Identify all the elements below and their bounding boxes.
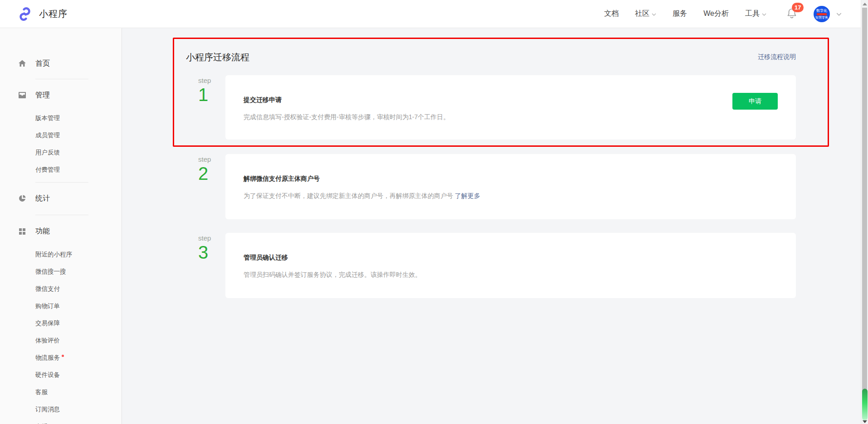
step-1-label: step 1 xyxy=(198,77,225,105)
logo[interactable]: 小程序 xyxy=(18,7,68,21)
sidebar-item-live[interactable]: 直播 xyxy=(0,420,122,424)
new-badge-dot xyxy=(62,355,64,357)
step-3-title: 管理员确认迁移 xyxy=(244,254,778,262)
step-2-description: 为了保证支付不中断，建议先绑定新主体的商户号，再解绑原主体的商户号 了解更多 xyxy=(244,192,778,200)
nav-docs[interactable]: 文档 xyxy=(604,9,619,19)
header-nav: 文档 社区 服务 We分析 工具 xyxy=(604,6,842,22)
sidebar-item-user-feedback[interactable]: 用户反馈 xyxy=(0,146,122,159)
migration-help-link[interactable]: 迁移流程说明 xyxy=(758,53,796,61)
account-menu[interactable]: 数字化 智慧零售 xyxy=(814,6,842,22)
grid-icon xyxy=(18,227,26,235)
sidebar-item-nearby-miniprogram[interactable]: 附近的小程序 xyxy=(0,248,122,261)
avatar: 数字化 智慧零售 xyxy=(814,6,830,22)
apply-button[interactable]: 申请 xyxy=(732,93,778,110)
sidebar-item-experience-rating[interactable]: 体验评价 xyxy=(0,334,122,347)
sidebar-item-pay-manage[interactable]: 付费管理 xyxy=(0,163,122,177)
sidebar-item-logistics-service[interactable]: 物流服务 xyxy=(0,351,122,365)
chevron-down-icon xyxy=(762,13,766,16)
sidebar-item-subscribe-message[interactable]: 订阅消息 xyxy=(0,403,122,416)
top-header: 小程序 文档 社区 服务 We分析 工具 xyxy=(0,0,868,28)
page: 小程序 文档 社区 服务 We分析 工具 xyxy=(0,0,868,424)
step-3-description: 管理员扫码确认并签订服务协议，完成迁移。该操作即时生效。 xyxy=(244,271,778,279)
sidebar-item-shopping-orders[interactable]: 购物订单 xyxy=(0,299,122,313)
inbox-icon xyxy=(18,91,26,99)
home-icon xyxy=(18,59,26,67)
page-title: 小程序迁移流程 xyxy=(186,51,249,63)
sidebar: 首页 管理 版本管理 成员管理 用户反馈 付费管理 xyxy=(0,28,122,424)
step-1-card: 提交迁移申请 完成信息填写-授权验证-支付费用-审核等步骤，审核时间为1-7个工… xyxy=(225,75,796,140)
sidebar-item-wechat-search[interactable]: 微信搜一搜 xyxy=(0,265,122,279)
sidebar-item-hardware-device[interactable]: 硬件设备 xyxy=(0,368,122,382)
chevron-down-icon xyxy=(836,13,842,16)
sidebar-item-stats[interactable]: 统计 xyxy=(0,191,122,206)
nav-weanalyse[interactable]: We分析 xyxy=(703,9,729,19)
step-2-card: 解绑微信支付原主体商户号 为了保证支付不中断，建议先绑定新主体的商户号，再解绑原… xyxy=(225,154,796,219)
notification-bell[interactable]: 17 xyxy=(786,7,797,21)
sidebar-item-trade-guarantee[interactable]: 交易保障 xyxy=(0,317,122,330)
step-3-label: step 3 xyxy=(198,235,225,262)
scroll-up-arrow-icon[interactable] xyxy=(863,3,867,5)
manage-subitems: 版本管理 成员管理 用户反馈 付费管理 xyxy=(0,111,122,177)
nav-service[interactable]: 服务 xyxy=(673,9,687,19)
divider xyxy=(35,215,88,215)
scroll-down-arrow-icon[interactable] xyxy=(863,420,867,423)
scrollbar-thumb[interactable] xyxy=(862,8,867,393)
step-1-description: 完成信息填写-授权验证-支付费用-审核等步骤，审核时间为1-7个工作日。 xyxy=(244,113,778,121)
nav-community[interactable]: 社区 xyxy=(635,9,656,19)
title-row: 小程序迁移流程 迁移流程说明 xyxy=(186,50,796,64)
notification-badge: 17 xyxy=(792,3,804,12)
pie-chart-icon xyxy=(18,194,26,202)
avatar-red-band xyxy=(817,13,827,15)
sidebar-item-member-manage[interactable]: 成员管理 xyxy=(0,129,122,142)
step-3-card: 管理员确认迁移 管理员扫码确认并签订服务协议，完成迁移。该操作即时生效。 xyxy=(225,233,796,298)
sidebar-item-manage[interactable]: 管理 xyxy=(0,88,122,102)
sidebar-item-customer-service[interactable]: 客服 xyxy=(0,385,122,399)
step-2-label: step 2 xyxy=(198,156,225,183)
divider xyxy=(35,182,88,183)
feature-subitems: 附近的小程序 微信搜一搜 微信支付 购物订单 交易保障 体验评价 物流服务 硬件… xyxy=(0,248,122,424)
logo-text: 小程序 xyxy=(39,8,68,20)
step-1-title: 提交迁移申请 xyxy=(244,96,778,104)
divider xyxy=(35,79,88,79)
vertical-scrollbar[interactable] xyxy=(861,0,868,424)
step-2-title: 解绑微信支付原主体商户号 xyxy=(244,175,778,183)
scroll-progress-green-pill xyxy=(862,389,868,420)
nav-tools[interactable]: 工具 xyxy=(745,9,766,19)
sidebar-item-home[interactable]: 首页 xyxy=(0,56,122,71)
sidebar-item-wechat-pay[interactable]: 微信支付 xyxy=(0,282,122,296)
sidebar-item-version-manage[interactable]: 版本管理 xyxy=(0,111,122,125)
chevron-down-icon xyxy=(652,13,656,16)
sidebar-item-features[interactable]: 功能 xyxy=(0,224,122,238)
miniprogram-logo-icon xyxy=(18,7,32,21)
learn-more-link[interactable]: 了解更多 xyxy=(455,192,480,199)
